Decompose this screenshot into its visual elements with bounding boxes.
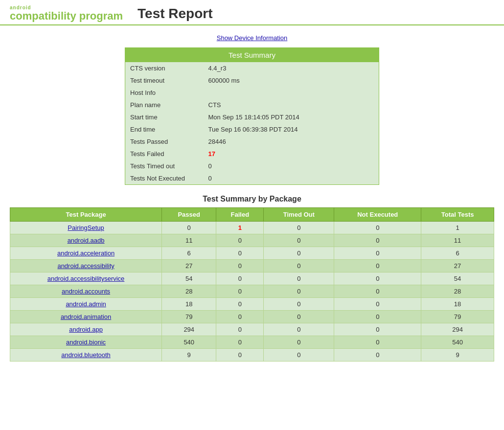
summary-value: CTS xyxy=(204,99,379,111)
summary-row: Test timeout600000 ms xyxy=(125,74,379,87)
summary-row: Tests Failed17 xyxy=(125,148,379,160)
package-link[interactable]: android.accessibilityservice xyxy=(47,275,125,282)
package-cell: 0 xyxy=(162,222,216,234)
table-row: android.accessibility2700027 xyxy=(10,260,494,272)
package-cell: 1 xyxy=(216,222,264,234)
package-link[interactable]: android.admin xyxy=(66,300,106,308)
package-cell: 79 xyxy=(162,311,216,323)
package-cell: 0 xyxy=(334,336,421,349)
summary-value xyxy=(204,87,379,99)
package-cell: 9 xyxy=(421,349,494,362)
content: Show Device Information Test Summary CTS… xyxy=(0,25,504,366)
package-cell: 11 xyxy=(162,234,216,247)
package-cell: 0 xyxy=(264,336,334,349)
package-col-header: Not Executed xyxy=(334,208,421,222)
package-cell: 28 xyxy=(421,285,494,298)
summary-label: Tests Passed xyxy=(125,136,204,148)
summary-label: Tests Failed xyxy=(125,148,204,160)
package-cell: 0 xyxy=(264,298,334,311)
package-col-header: Total Tests xyxy=(421,208,494,222)
summary-row: Start timeMon Sep 15 18:14:05 PDT 2014 xyxy=(125,111,379,123)
package-link[interactable]: android.app xyxy=(69,326,103,333)
table-row: PairingSetup01001 xyxy=(10,222,494,234)
summary-label: Plan name xyxy=(125,99,204,111)
package-cell: 0 xyxy=(334,247,421,260)
summary-row: Tests Not Executed0 xyxy=(125,172,379,185)
package-cell: 0 xyxy=(334,234,421,247)
summary-label: CTS version xyxy=(125,62,204,74)
package-cell: 0 xyxy=(216,311,264,323)
summary-label: End time xyxy=(125,123,204,136)
package-cell: 0 xyxy=(264,260,334,272)
package-col-header: Failed xyxy=(216,208,264,222)
package-col-header: Timed Out xyxy=(264,208,334,222)
package-cell: 0 xyxy=(216,323,264,336)
header: android compatibility program Test Repor… xyxy=(0,0,504,25)
package-link[interactable]: android.accessibility xyxy=(57,262,114,270)
package-link[interactable]: android.bionic xyxy=(66,339,106,346)
table-row: android.accessibilityservice5400054 xyxy=(10,272,494,285)
package-cell: 0 xyxy=(216,234,264,247)
package-cell: 0 xyxy=(264,222,334,234)
package-name-cell: android.animation xyxy=(10,311,162,323)
summary-value: 28446 xyxy=(204,136,379,148)
package-link[interactable]: PairingSetup xyxy=(68,224,104,231)
summary-value: Tue Sep 16 06:39:38 PDT 2014 xyxy=(204,123,379,136)
package-name-cell: android.accessibilityservice xyxy=(10,272,162,285)
summary-table: Test Summary CTS version4.4_r3Test timeo… xyxy=(125,47,379,185)
package-name-cell: android.bionic xyxy=(10,336,162,349)
package-name-cell: android.accessibility xyxy=(10,260,162,272)
summary-row: Tests Passed28446 xyxy=(125,136,379,148)
package-link[interactable]: android.acceleration xyxy=(57,249,115,257)
package-cell: 0 xyxy=(264,247,334,260)
package-cell: 6 xyxy=(421,247,494,260)
page-title: Test Report xyxy=(137,6,213,22)
table-row: android.acceleration60006 xyxy=(10,247,494,260)
package-table-header: Test PackagePassedFailedTimed OutNot Exe… xyxy=(10,208,494,222)
package-cell: 0 xyxy=(216,349,264,362)
package-cell: 1 xyxy=(421,222,494,234)
summary-row: CTS version4.4_r3 xyxy=(125,62,379,74)
summary-value: 4.4_r3 xyxy=(204,62,379,74)
package-link[interactable]: android.aadb xyxy=(68,237,105,244)
package-cell: 0 xyxy=(334,311,421,323)
summary-value: Mon Sep 15 18:14:05 PDT 2014 xyxy=(204,111,379,123)
device-info-section: Show Device Information xyxy=(10,34,494,42)
package-name-cell: android.app xyxy=(10,323,162,336)
package-cell: 0 xyxy=(334,272,421,285)
package-col-header: Test Package xyxy=(10,208,162,222)
table-row: android.admin1800018 xyxy=(10,298,494,311)
package-link[interactable]: android.bluetooth xyxy=(61,351,110,359)
device-info-link[interactable]: Show Device Information xyxy=(217,34,288,42)
package-cell: 540 xyxy=(421,336,494,349)
package-name-cell: android.admin xyxy=(10,298,162,311)
package-cell: 0 xyxy=(264,272,334,285)
package-cell: 6 xyxy=(162,247,216,260)
package-name-cell: PairingSetup xyxy=(10,222,162,234)
package-cell: 18 xyxy=(162,298,216,311)
package-cell: 0 xyxy=(334,298,421,311)
package-cell: 0 xyxy=(334,285,421,298)
package-name-cell: android.bluetooth xyxy=(10,349,162,362)
summary-body: CTS version4.4_r3Test timeout600000 msHo… xyxy=(125,62,379,185)
package-table-body: PairingSetup01001android.aadb1100011andr… xyxy=(10,222,494,362)
table-row: android.bluetooth90009 xyxy=(10,349,494,362)
summary-row: Plan nameCTS xyxy=(125,99,379,111)
summary-label: Host Info xyxy=(125,87,204,99)
table-row: android.app294000294 xyxy=(10,323,494,336)
package-link[interactable]: android.animation xyxy=(61,313,111,320)
package-cell: 0 xyxy=(216,285,264,298)
package-cell: 0 xyxy=(264,285,334,298)
package-table: Test PackagePassedFailedTimed OutNot Exe… xyxy=(10,207,494,362)
summary-value: 0 xyxy=(204,172,379,185)
table-row: android.animation7900079 xyxy=(10,311,494,323)
package-cell: 294 xyxy=(162,323,216,336)
package-link[interactable]: android.accounts xyxy=(62,288,110,295)
package-section-title: Test Summary by Package xyxy=(10,195,494,204)
package-cell: 294 xyxy=(421,323,494,336)
summary-container: Test Summary CTS version4.4_r3Test timeo… xyxy=(125,47,379,185)
package-col-header: Passed xyxy=(162,208,216,222)
package-cell: 27 xyxy=(162,260,216,272)
package-cell: 79 xyxy=(421,311,494,323)
package-cell: 9 xyxy=(162,349,216,362)
